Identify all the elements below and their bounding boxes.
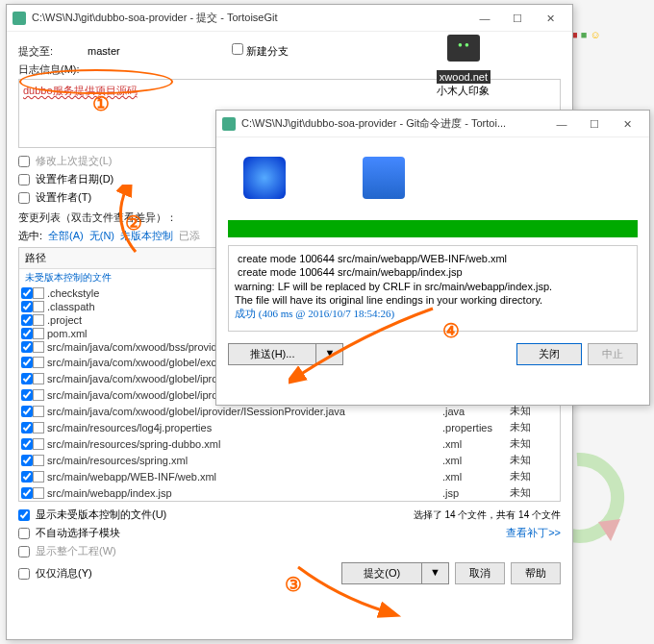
progress-bar (228, 220, 638, 237)
success-status: 成功 (406 ms @ 2016/10/7 18:54:26) (235, 308, 394, 319)
close-button[interactable]: ✕ (534, 8, 566, 29)
abort-button[interactable]: 中止 (588, 343, 638, 365)
file-icon (33, 455, 44, 466)
close-button[interactable]: ✕ (611, 113, 643, 135)
table-row[interactable]: src/main/resources/spring-dubbo.xml.xml未… (19, 435, 560, 452)
app-icon (222, 117, 236, 131)
file-icon (33, 341, 44, 353)
file-icon (33, 422, 44, 433)
file-check[interactable] (21, 357, 33, 368)
file-icon (33, 487, 44, 499)
table-row[interactable]: src/main/webapp/index.jsp.jsp未知 (19, 484, 560, 501)
check-unversioned[interactable]: 未版本控制 (120, 229, 173, 243)
file-check[interactable] (21, 487, 33, 499)
no-autoselect-check[interactable] (18, 528, 30, 539)
file-icon (33, 287, 44, 299)
table-row[interactable]: src/main/resources/spring.xml.xml未知 (19, 452, 560, 468)
check-none[interactable]: 无(N) (89, 229, 114, 243)
push-button[interactable]: 推送(H)...▼ (228, 343, 343, 365)
file-icon (33, 301, 44, 312)
show-unversioned-check[interactable] (18, 509, 30, 521)
only-msg-check[interactable] (18, 568, 30, 580)
file-check[interactable] (21, 389, 33, 401)
show-whole-check[interactable] (18, 546, 30, 557)
file-icon (33, 438, 44, 450)
folder-icon (363, 157, 405, 199)
file-check[interactable] (21, 471, 33, 483)
file-icon (33, 373, 44, 384)
table-row[interactable]: src/main/webapp/WEB-INF/web.xml.xml未知 (19, 468, 560, 484)
file-icon (33, 357, 44, 368)
window-title: C:\WS\NJ\git\dubbo-soa-provider - 提交 - T… (32, 11, 468, 25)
maximize-button[interactable]: ☐ (501, 8, 534, 29)
file-check[interactable] (21, 287, 33, 299)
file-icon (33, 406, 44, 417)
bg-toolbar: ■ ■ ☺ (567, 25, 654, 73)
brand-logo: ● ● xwood.net 小木人印象 (437, 35, 490, 98)
file-check[interactable] (21, 422, 33, 433)
author-check[interactable] (18, 192, 30, 204)
app-icon (13, 12, 26, 25)
file-check[interactable] (21, 301, 33, 312)
new-branch-check[interactable] (232, 43, 243, 55)
file-icon (33, 314, 44, 326)
commit-message-text: dubbo服务提供项目源码 (23, 85, 138, 96)
minimize-button[interactable]: — (468, 8, 501, 29)
file-check[interactable] (21, 314, 33, 326)
titlebar[interactable]: C:\WS\NJ\git\dubbo-soa-provider - 提交 - T… (7, 5, 572, 32)
commit-to-label: 提交至: (18, 44, 53, 59)
progress-window: C:\WS\NJ\git\dubbo-soa-provider - Git命令进… (215, 110, 650, 406)
log-output[interactable]: create mode 100644 src/main/webapp/WEB-I… (228, 245, 638, 332)
file-icon (33, 389, 44, 401)
cancel-button[interactable]: 取消 (455, 562, 505, 584)
close-dialog-button[interactable]: 关闭 (516, 343, 582, 365)
author-date-check[interactable] (18, 174, 30, 186)
prog-title: C:\WS\NJ\git\dubbo-soa-provider - Git命令进… (241, 116, 545, 131)
globe-icon (243, 157, 286, 199)
file-check[interactable] (21, 341, 33, 353)
branch-name: master (88, 45, 120, 57)
maximize-button[interactable]: ☐ (578, 113, 611, 135)
check-all[interactable]: 全部(A) (48, 229, 84, 243)
file-icon (33, 471, 44, 483)
commit-button[interactable]: 提交(O)▼ (341, 562, 449, 584)
file-check[interactable] (21, 328, 33, 339)
selection-info: 选择了 14 个文件，共有 14 个文件 (414, 508, 561, 522)
file-check[interactable] (21, 438, 33, 450)
file-check[interactable] (21, 455, 33, 466)
file-check[interactable] (21, 406, 33, 417)
view-patch-link[interactable]: 查看补丁>> (506, 526, 561, 540)
minimize-button[interactable]: — (545, 113, 578, 135)
help-button[interactable]: 帮助 (511, 562, 561, 584)
file-icon (33, 328, 44, 339)
file-check[interactable] (21, 373, 33, 384)
modify-last-check[interactable] (18, 156, 30, 167)
table-row[interactable]: src/main/resources/log4j.properties.prop… (19, 419, 560, 435)
prog-titlebar[interactable]: C:\WS\NJ\git\dubbo-soa-provider - Git命令进… (216, 111, 649, 137)
